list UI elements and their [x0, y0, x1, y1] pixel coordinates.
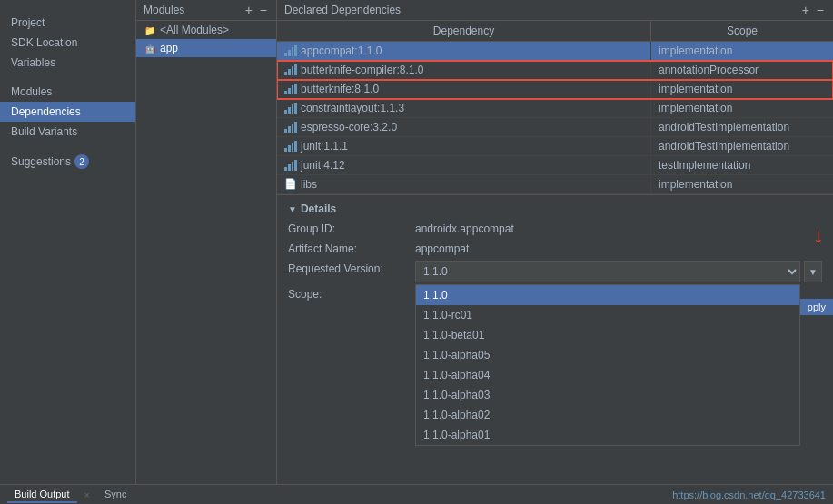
dep-cell-butterknife-compiler-scope: annotationProcessor [651, 61, 833, 79]
apply-button[interactable]: pply [800, 299, 833, 315]
dep-col-scope-header: Scope [651, 21, 833, 41]
bar-chart-icon [284, 122, 297, 133]
version-option-1.1.0-beta01[interactable]: 1.1.0-beta01 [416, 325, 799, 345]
sidebar-item-build-variants[interactable]: Build Variants [0, 122, 135, 142]
artifact-value: appcompat [415, 241, 822, 257]
dep-table: Dependency Scope appcompat:1.1.0 impleme… [277, 21, 833, 484]
version-dropdown-list: 1.1.0 1.1.0-rc01 1.1.0-beta01 1.1.0-alph… [415, 284, 800, 446]
dep-col-dep-header: Dependency [277, 21, 651, 41]
modules-add-button[interactable]: + [243, 4, 254, 16]
version-option-1.1.0-alpha03[interactable]: 1.1.0-alpha03 [416, 385, 799, 405]
bar-chart-icon [284, 160, 297, 171]
bar-chart-icon [284, 84, 297, 94]
dep-table-header: Dependency Scope [277, 21, 833, 42]
modules-list: 📁 <All Modules> 🤖 app [136, 21, 276, 484]
modules-header-actions: + − [243, 4, 269, 16]
dep-cell-espresso-name: espresso-core:3.2.0 [277, 118, 651, 136]
android-icon: 🤖 [144, 42, 156, 54]
group-id-value: androidx.appcompat [415, 221, 822, 237]
dependencies-panel: Declared Dependencies + − Dependency Sco… [277, 0, 833, 484]
sidebar-item-dependencies[interactable]: Dependencies [0, 102, 135, 122]
sidebar-item-modules[interactable]: Modules [0, 82, 135, 102]
dep-cell-butterknife-compiler-name: butterknife-compiler:8.1.0 [277, 61, 651, 79]
suggestions-badge: 2 [74, 154, 89, 169]
sidebar-item-project[interactable]: Project [0, 13, 135, 33]
version-expand-button[interactable]: ▼ [804, 261, 822, 282]
dep-cell-butterknife-name: butterknife:8.1.0 [277, 80, 651, 98]
modules-remove-button[interactable]: − [258, 4, 269, 16]
version-option-1.1.0-alpha05[interactable]: 1.1.0-alpha05 [416, 345, 799, 365]
dep-row-butterknife-compiler[interactable]: butterknife-compiler:8.1.0 annotationPro… [277, 61, 833, 80]
details-section: ▼ Details Group ID: androidx.appcompat A… [277, 194, 833, 315]
modules-panel-header: Modules + − [136, 0, 276, 21]
dep-cell-libs-name: 📄 libs [277, 175, 651, 193]
dep-add-button[interactable]: + [800, 4, 811, 16]
version-label: Requested Version: [288, 261, 415, 282]
details-toggle[interactable]: ▼ Details [288, 203, 822, 215]
version-option-1.1.0-alpha01[interactable]: 1.1.0-alpha01 [416, 425, 799, 445]
dep-panel-header: Declared Dependencies + − [277, 0, 833, 21]
modules-panel-title: Modules [144, 4, 184, 16]
dep-row-libs[interactable]: 📄 libs implementation [277, 175, 833, 194]
bar-chart-icon [284, 45, 297, 56]
dep-row-appcompat[interactable]: appcompat:1.1.0 implementation [277, 42, 833, 61]
artifact-label: Artifact Name: [288, 241, 415, 257]
sidebar-item-suggestions[interactable]: Suggestions 2 [0, 151, 135, 173]
version-select[interactable]: 1.1.0 1.1.0-rc01 1.1.0-beta01 1.1.0-alph… [415, 261, 800, 282]
dep-cell-libs-scope: implementation [651, 175, 833, 193]
dep-cell-appcompat-name: appcompat:1.1.0 [277, 42, 651, 60]
details-grid: Group ID: androidx.appcompat Artifact Na… [288, 221, 822, 308]
dep-remove-button[interactable]: − [815, 4, 826, 16]
folder-icon: 📁 [144, 24, 156, 36]
dep-header-actions: + − [800, 4, 826, 16]
deps-rows-container: appcompat:1.1.0 implementation butterkni… [277, 42, 833, 194]
dep-panel-title: Declared Dependencies [284, 4, 401, 16]
sidebar-item-variables[interactable]: Variables [0, 53, 135, 73]
sidebar-item-sdk-location[interactable]: SDK Location [0, 33, 135, 53]
version-option-1.1.0-alpha02[interactable]: 1.1.0-alpha02 [416, 405, 799, 425]
dep-row-constraintlayout[interactable]: constraintlayout:1.1.3 implementation [277, 99, 833, 118]
modules-panel: Modules + − 📁 <All Modules> 🤖 app [136, 0, 277, 484]
dep-cell-constraintlayout-scope: implementation [651, 99, 833, 117]
version-option-1.1.0-alpha04[interactable]: 1.1.0-alpha04 [416, 365, 799, 385]
dep-row-butterknife[interactable]: butterknife:8.1.0 implementation [277, 80, 833, 99]
dep-cell-junit111-name: junit:1.1.1 [277, 137, 651, 155]
module-all-modules[interactable]: 📁 <All Modules> [136, 21, 276, 39]
dep-cell-butterknife-scope: implementation [651, 80, 833, 98]
tab-separator: × [84, 489, 90, 500]
bottom-bar: Build Output × Sync https://blog.csdn.ne… [0, 484, 833, 504]
dep-cell-junit412-name: junit:4.12 [277, 156, 651, 174]
chevron-down-icon: ▼ [288, 204, 297, 214]
file-icon: 📄 [284, 179, 297, 190]
bar-chart-icon [284, 141, 297, 152]
dep-cell-espresso-scope: androidTestImplementation [651, 118, 833, 136]
version-dropdown-container: 1.1.0 1.1.0-rc01 1.1.0-beta01 1.1.0-alph… [415, 261, 822, 282]
dep-row-junit412[interactable]: junit:4.12 testImplementation [277, 156, 833, 175]
group-id-label: Group ID: [288, 221, 415, 237]
bar-chart-icon [284, 64, 297, 75]
details-title: Details [301, 203, 336, 215]
version-option-1.1.0-rc01[interactable]: 1.1.0-rc01 [416, 305, 799, 325]
bottom-url: https://blog.csdn.net/qq_42733641 [672, 489, 826, 500]
dep-cell-appcompat-scope: implementation [651, 42, 833, 60]
bar-chart-icon [284, 103, 297, 114]
version-option-1.1.0[interactable]: 1.1.0 [416, 285, 799, 305]
scope-label: Scope: [288, 286, 415, 308]
dep-cell-junit412-scope: testImplementation [651, 156, 833, 174]
dep-cell-junit111-scope: androidTestImplementation [651, 137, 833, 155]
dep-row-espresso[interactable]: espresso-core:3.2.0 androidTestImplement… [277, 118, 833, 137]
dep-row-junit111[interactable]: junit:1.1.1 androidTestImplementation [277, 137, 833, 156]
left-sidebar: Project SDK Location Variables Modules D… [0, 0, 136, 484]
bottom-tab-sync[interactable]: Sync [97, 487, 134, 503]
dep-cell-constraintlayout-name: constraintlayout:1.1.3 [277, 99, 651, 117]
bottom-tab-build-output[interactable]: Build Output [7, 487, 77, 503]
module-app[interactable]: 🤖 app [136, 39, 276, 57]
